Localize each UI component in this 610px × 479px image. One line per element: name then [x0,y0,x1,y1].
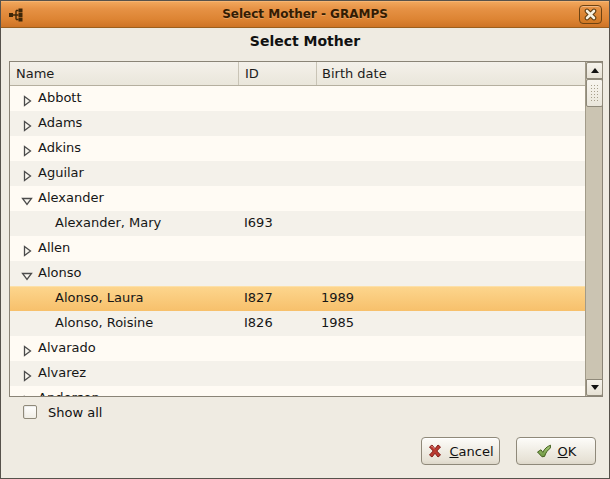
expander-collapsed-icon[interactable] [21,142,33,154]
column-header-birth[interactable]: Birth date [316,62,585,85]
cell-name: Anderson [38,390,100,396]
cell-name: Alexander, Mary [55,215,161,230]
table-row[interactable]: Alvarado [10,336,585,361]
cell-birth-date: 1989 [321,290,354,305]
scrollbar-thumb[interactable] [586,79,603,107]
select-mother-dialog: Select Mother - GRAMPS Select Mother Nam… [0,0,610,479]
cell-name: Alvarez [38,365,86,380]
show-all-label[interactable]: Show all [48,405,102,420]
expander-collapsed-icon[interactable] [21,117,33,129]
thumb-grip [590,84,599,102]
table-row[interactable]: Allen [10,236,585,261]
table-row[interactable]: Alonso, RoisineI8261985 [10,311,585,336]
close-button[interactable] [579,5,602,24]
scroll-up-button[interactable] [586,62,603,79]
cell-id: I826 [244,315,273,330]
person-tree: Name ID Birth date AbbottAdamsAdkinsAgui… [9,61,603,397]
gramps-app-icon [8,7,24,23]
cell-name: Adams [38,115,82,130]
cell-name: Allen [38,240,70,255]
table-row[interactable]: Alonso [10,261,585,286]
expander-collapsed-icon[interactable] [21,392,33,396]
show-all-row: Show all [23,404,102,420]
cell-id: I693 [244,215,273,230]
table-row[interactable]: Alexander, MaryI693 [10,211,585,236]
cancel-label: Cancel [449,444,493,459]
table-row[interactable]: Adkins [10,136,585,161]
table-body: AbbottAdamsAdkinsAguilarAlexanderAlexand… [10,86,585,396]
cell-name: Alvarado [38,340,96,355]
cell-name: Alonso, Roisine [55,315,153,330]
expander-collapsed-icon[interactable] [21,342,33,354]
cell-name: Aguilar [38,165,84,180]
expander-collapsed-icon[interactable] [21,92,33,104]
ok-icon [536,443,552,459]
expander-collapsed-icon[interactable] [21,367,33,379]
table-row[interactable]: Anderson [10,386,585,396]
dialog-heading: Select Mother [1,33,609,49]
cell-birth-date: 1985 [321,315,354,330]
titlebar[interactable]: Select Mother - GRAMPS [1,1,609,28]
column-header-name[interactable]: Name [10,62,238,85]
table-row[interactable]: Abbott [10,86,585,111]
table-row[interactable]: Alonso, LauraI8271989 [10,286,585,311]
vertical-scrollbar[interactable] [585,62,602,396]
expander-expanded-icon[interactable] [21,192,33,204]
ok-button[interactable]: OK [516,437,596,465]
expander-collapsed-icon[interactable] [21,242,33,254]
table-row[interactable]: Alvarez [10,361,585,386]
expander-expanded-icon[interactable] [21,267,33,279]
cell-id: I827 [244,290,273,305]
cell-name: Adkins [38,140,81,155]
window-title: Select Mother - GRAMPS [1,7,609,21]
table-row[interactable]: Alexander [10,186,585,211]
cancel-icon [427,443,443,459]
table-header: Name ID Birth date [10,62,585,86]
table-row[interactable]: Aguilar [10,161,585,186]
arrow-down-icon [591,385,599,390]
cell-name: Alexander [38,190,104,205]
show-all-checkbox[interactable] [23,405,37,419]
ok-label: OK [558,444,577,459]
arrow-up-icon [591,68,599,73]
column-header-id[interactable]: ID [238,62,316,85]
cancel-button[interactable]: Cancel [421,437,500,465]
cell-name: Abbott [38,90,82,105]
expander-collapsed-icon[interactable] [21,167,33,179]
cell-name: Alonso, Laura [55,290,143,305]
scroll-down-button[interactable] [586,379,603,396]
table-row[interactable]: Adams [10,111,585,136]
cell-name: Alonso [38,265,81,280]
close-icon [584,8,597,21]
